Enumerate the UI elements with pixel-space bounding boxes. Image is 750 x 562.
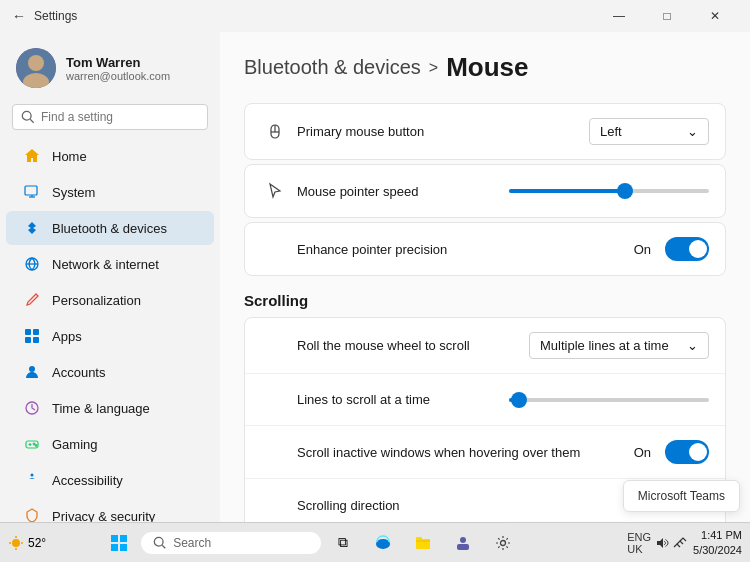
taskbar-app-edge[interactable] bbox=[365, 527, 401, 559]
slider-track bbox=[509, 189, 709, 193]
scroll-inactive-toggle[interactable] bbox=[665, 440, 709, 464]
weather-temp: 52° bbox=[28, 536, 46, 550]
sidebar-item-accessibility[interactable]: Accessibility bbox=[6, 463, 214, 497]
svg-rect-11 bbox=[33, 329, 39, 335]
svg-point-34 bbox=[154, 537, 163, 546]
breadcrumb-arrow: > bbox=[429, 59, 438, 77]
taskbar-app-settings[interactable] bbox=[485, 527, 521, 559]
language-indicator: ENGUK bbox=[627, 531, 651, 555]
lines-slider-thumb[interactable] bbox=[511, 392, 527, 408]
start-button[interactable] bbox=[101, 527, 137, 559]
svg-point-20 bbox=[35, 445, 37, 447]
primary-mouse-button-label: Primary mouse button bbox=[289, 124, 589, 139]
teams-notification: Microsoft Teams bbox=[623, 480, 740, 512]
window-title: Settings bbox=[34, 9, 77, 23]
sidebar-item-apps[interactable]: Apps bbox=[6, 319, 214, 353]
task-view-button[interactable]: ⧉ bbox=[325, 527, 361, 559]
mouse-icon bbox=[265, 122, 285, 142]
taskbar: 52° Search ⧉ bbox=[0, 522, 750, 562]
close-button[interactable]: ✕ bbox=[692, 0, 738, 32]
primary-mouse-button-row: Primary mouse button Left ⌄ bbox=[245, 104, 725, 159]
personalization-icon bbox=[22, 290, 42, 310]
titlebar: ← Settings — □ ✕ bbox=[0, 0, 750, 32]
svg-point-41 bbox=[501, 540, 506, 545]
system-icon bbox=[22, 182, 42, 202]
volume-icon[interactable] bbox=[655, 536, 669, 550]
svg-line-4 bbox=[30, 119, 34, 123]
clock-date: 5/30/2024 bbox=[693, 543, 742, 557]
back-button[interactable]: ← bbox=[12, 8, 26, 24]
sidebar-label-personalization: Personalization bbox=[52, 293, 141, 308]
taskbar-app-teams[interactable] bbox=[445, 527, 481, 559]
enhance-pointer-toggle[interactable] bbox=[665, 237, 709, 261]
accounts-icon bbox=[22, 362, 42, 382]
sidebar-item-personalization[interactable]: Personalization bbox=[6, 283, 214, 317]
sidebar-item-gaming[interactable]: Gaming bbox=[6, 427, 214, 461]
search-box[interactable] bbox=[12, 104, 208, 130]
scroll-inactive-label: Scroll inactive windows when hovering ov… bbox=[289, 445, 634, 460]
app-body: Tom Warren warren@outlook.com Home Syste… bbox=[0, 32, 750, 522]
scroll-inactive-toggle-thumb bbox=[689, 443, 707, 461]
svg-point-36 bbox=[376, 539, 390, 549]
privacy-icon bbox=[22, 506, 42, 522]
search-input[interactable] bbox=[41, 110, 199, 124]
primary-mouse-button-dropdown[interactable]: Left ⌄ bbox=[589, 118, 709, 145]
titlebar-controls: — □ ✕ bbox=[596, 0, 738, 32]
minimize-button[interactable]: — bbox=[596, 0, 642, 32]
svg-rect-10 bbox=[25, 329, 31, 335]
scrolling-section-title: Scrolling bbox=[244, 292, 726, 309]
taskbar-search-icon bbox=[153, 536, 167, 550]
sidebar-item-network[interactable]: Network & internet bbox=[6, 247, 214, 281]
sidebar-item-system[interactable]: System bbox=[6, 175, 214, 209]
maximize-button[interactable]: □ bbox=[644, 0, 690, 32]
clock-time: 1:41 PM bbox=[701, 528, 742, 542]
bluetooth-icon bbox=[22, 218, 42, 238]
network-tray-icon[interactable] bbox=[673, 536, 687, 550]
sidebar-item-accounts[interactable]: Accounts bbox=[6, 355, 214, 389]
sys-tray: ENGUK bbox=[627, 531, 687, 555]
weather-icon bbox=[8, 535, 24, 551]
lines-to-scroll-row: Lines to scroll at a time bbox=[245, 374, 725, 426]
scroll-inactive-value: On bbox=[634, 445, 651, 460]
svg-rect-13 bbox=[33, 337, 39, 343]
slider-fill bbox=[509, 189, 625, 193]
sidebar-item-time[interactable]: Time & language bbox=[6, 391, 214, 425]
svg-point-19 bbox=[33, 443, 35, 445]
svg-point-21 bbox=[31, 474, 34, 477]
sidebar-item-privacy[interactable]: Privacy & security bbox=[6, 499, 214, 522]
user-profile[interactable]: Tom Warren warren@outlook.com bbox=[0, 40, 220, 104]
roll-mouse-wheel-control: Multiple lines at a time ⌄ bbox=[529, 332, 709, 359]
toggle-thumb bbox=[689, 240, 707, 258]
gaming-icon bbox=[22, 434, 42, 454]
time-icon bbox=[22, 398, 42, 418]
search-icon bbox=[21, 110, 35, 124]
svg-rect-5 bbox=[25, 186, 37, 195]
network-icon bbox=[22, 254, 42, 274]
edge-icon bbox=[374, 534, 392, 552]
taskbar-search[interactable]: Search bbox=[141, 532, 321, 554]
breadcrumb-parent[interactable]: Bluetooth & devices bbox=[244, 56, 421, 79]
pointer-speed-slider[interactable] bbox=[509, 189, 709, 193]
user-name: Tom Warren bbox=[66, 55, 170, 70]
taskbar-app-explorer[interactable] bbox=[405, 527, 441, 559]
enhance-pointer-row: Enhance pointer precision On bbox=[245, 223, 725, 275]
sidebar-item-home[interactable]: Home bbox=[6, 139, 214, 173]
slider-thumb[interactable] bbox=[617, 183, 633, 199]
sidebar-label-privacy: Privacy & security bbox=[52, 509, 155, 523]
sidebar-label-apps: Apps bbox=[52, 329, 82, 344]
sidebar-item-bluetooth[interactable]: Bluetooth & devices bbox=[6, 211, 214, 245]
lines-scroll-slider[interactable] bbox=[509, 398, 709, 402]
enhance-pointer-card: Enhance pointer precision On bbox=[244, 222, 726, 276]
clock[interactable]: 1:41 PM 5/30/2024 bbox=[693, 528, 742, 557]
breadcrumb-current: Mouse bbox=[446, 52, 528, 83]
roll-mouse-wheel-row: Roll the mouse wheel to scroll Multiple … bbox=[245, 318, 725, 374]
svg-rect-38 bbox=[416, 537, 422, 540]
taskbar-settings-icon bbox=[494, 534, 512, 552]
teams-notification-label: Microsoft Teams bbox=[638, 489, 725, 503]
lines-slider-track bbox=[509, 398, 709, 402]
titlebar-left: ← Settings bbox=[12, 8, 77, 24]
svg-rect-37 bbox=[416, 539, 430, 549]
svg-point-3 bbox=[22, 111, 31, 120]
roll-mouse-wheel-dropdown[interactable]: Multiple lines at a time ⌄ bbox=[529, 332, 709, 359]
svg-rect-33 bbox=[120, 544, 127, 551]
